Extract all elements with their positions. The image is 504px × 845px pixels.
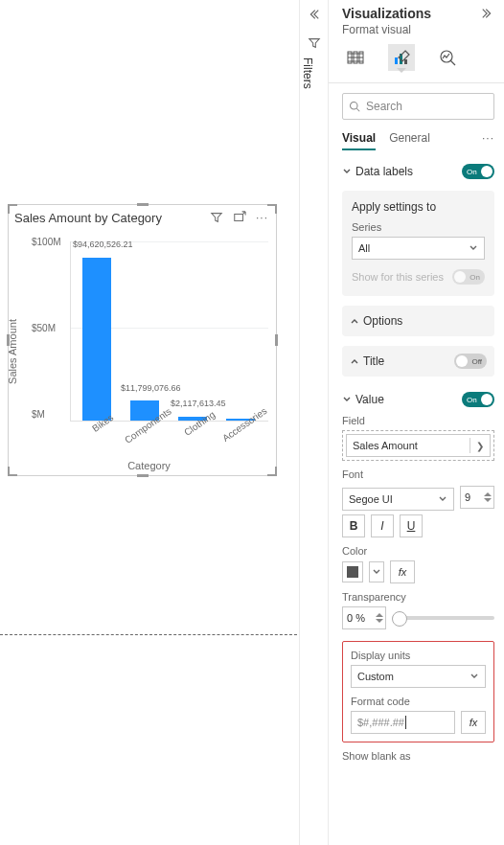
x-axis-title: Category [127,460,171,471]
resize-handle-tr[interactable] [267,204,277,214]
search-placeholder: Search [366,100,402,113]
x-label-3: Accessories [220,405,268,444]
show-for-series-label: Show for this series [352,271,444,283]
font-family-select[interactable]: Segoe UI [342,488,454,511]
bold-button[interactable]: B [342,514,365,537]
resize-handle-tl[interactable] [8,204,17,214]
bar-label-clothing: $2,117,613.45 [171,399,226,408]
italic-button[interactable]: I [371,514,394,537]
chevron-down-icon [469,243,478,253]
color-dropdown[interactable] [369,561,384,582]
data-labels-toggle[interactable]: On [462,164,494,179]
display-units-select[interactable]: Custom [351,665,486,688]
search-icon [349,101,360,112]
chevron-down-icon[interactable] [342,395,352,404]
format-code-label: Format code [351,696,486,707]
chart-visual[interactable]: Sales Amount by Category ··· Sales Amoun… [8,204,277,476]
svg-line-13 [356,108,359,111]
y-tick-2: $100M [32,237,61,247]
title-section[interactable]: Title Off [342,346,494,377]
resize-handle-right[interactable] [275,334,278,346]
x-label-2: Clothing [182,409,217,438]
tab-visual[interactable]: Visual [342,131,376,150]
svg-line-11 [450,60,455,65]
highlighted-settings: Display units Custom Format code $#,###.… [342,641,494,742]
bar-bikes[interactable] [82,258,111,421]
options-section[interactable]: Options [342,306,494,336]
spinner-icon[interactable] [484,489,492,506]
bar-label-components: $11,799,076.66 [121,383,181,393]
data-labels-section[interactable]: Data labels [355,165,413,178]
show-for-series-toggle: On [452,269,485,285]
bar-label-bikes: $94,620,526.21 [73,240,133,249]
analytics-tab-icon[interactable] [434,44,461,71]
show-blank-as-label: Show blank as [342,750,494,762]
transparency-label: Transparency [342,591,494,603]
visualizations-pane-title: Visualizations [342,6,431,21]
color-picker[interactable] [342,561,363,582]
font-label: Font [342,468,494,480]
spinner-icon[interactable] [376,609,383,627]
y-axis-title: Sales Amount [7,319,18,384]
font-size-input[interactable]: 9 [460,486,494,509]
filters-icon [308,36,321,50]
underline-button[interactable]: U [400,514,423,537]
chevron-right-icon [350,316,359,326]
y-tick-0: $M [32,409,45,420]
tab-general[interactable]: General [389,131,430,150]
format-code-input[interactable]: $#,###.## [351,711,455,734]
chevron-down-icon [438,494,447,504]
resize-handle-br[interactable] [267,467,277,476]
focus-mode-icon[interactable] [233,211,246,224]
format-visual-tab-icon[interactable] [388,44,415,71]
chevron-right-icon [350,356,359,366]
filters-pane-collapsed[interactable]: Filters [299,0,328,845]
collapse-pane-icon[interactable] [481,7,494,20]
filter-icon[interactable] [210,211,223,224]
transparency-input[interactable]: 0 % [342,606,386,629]
color-fx-button[interactable]: fx [390,560,415,583]
color-label: Color [342,545,494,557]
filters-label: Filters [301,57,314,89]
expand-filters-icon[interactable] [307,8,320,21]
field-label: Field [342,415,494,426]
value-section[interactable]: Value [355,393,384,406]
format-visual-subtitle: Format visual [342,23,494,36]
title-toggle[interactable]: Off [454,354,487,369]
svg-rect-9 [404,59,407,64]
format-code-fx-button[interactable]: fx [461,711,486,734]
chart-title: Sales Amount by Category [12,211,162,225]
series-label: Series [352,221,485,233]
value-toggle[interactable]: On [462,392,494,407]
chevron-right-icon[interactable]: ❯ [476,441,484,451]
resize-handle-bottom[interactable] [137,474,149,477]
svg-rect-7 [395,57,398,64]
display-units-label: Display units [351,650,486,661]
chevron-down-icon [470,672,479,681]
resize-handle-top[interactable] [137,203,149,206]
transparency-slider[interactable] [392,616,494,620]
svg-rect-0 [235,215,243,221]
chevron-down-icon[interactable] [342,167,352,176]
svg-point-12 [351,103,358,110]
resize-handle-bl[interactable] [8,467,17,476]
y-tick-1: $50M [32,323,56,333]
build-visual-tab-icon[interactable] [342,44,369,71]
field-select[interactable]: Sales Amount ❯ [346,434,491,457]
search-input[interactable]: Search [342,93,494,120]
series-select[interactable]: All [352,237,485,260]
apply-settings-title: Apply settings to [352,200,485,214]
tabs-more-icon[interactable]: ··· [482,131,494,150]
